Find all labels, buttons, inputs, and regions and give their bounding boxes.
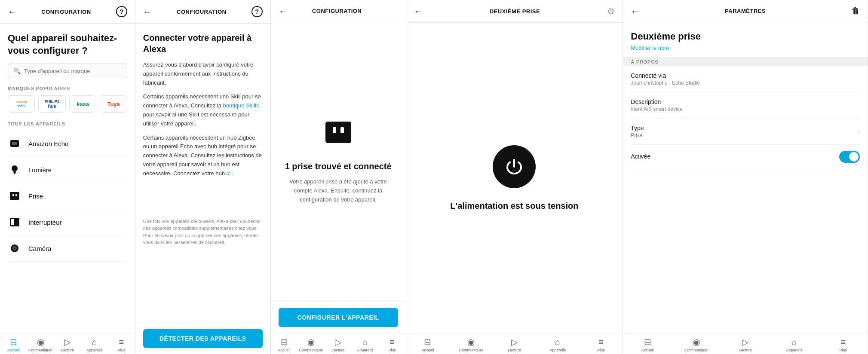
nav-play-5[interactable]: ▷ Lecture (721, 337, 770, 352)
communicate-icon: ◉ (37, 337, 44, 347)
activated-label: Activée (631, 153, 650, 160)
camera-icon (8, 241, 21, 255)
panel3-content: 1 prise trouvé et connecté Votre apparei… (271, 22, 406, 302)
back-button[interactable]: ← (8, 7, 16, 16)
play-icon: ▷ (64, 337, 71, 347)
type-label: Type (631, 125, 644, 131)
svg-rect-4 (14, 172, 16, 173)
nav-home-3[interactable]: ⊟ Accueil (271, 337, 298, 352)
nav-home-5[interactable]: ⊟ Accueil (623, 337, 672, 352)
skills-link[interactable]: boutique Skills (223, 102, 259, 109)
back-button-2[interactable]: ← (143, 7, 152, 16)
search-input[interactable] (24, 68, 122, 74)
hub-link[interactable]: ici (227, 170, 232, 177)
toggle-knob (849, 152, 859, 162)
home-icon-4: ⊟ (424, 337, 431, 347)
communicate-icon-4: ◉ (467, 337, 475, 347)
back-button-5[interactable]: ← (631, 7, 639, 15)
panel4-title: DEUXIÈME PRISE (423, 8, 607, 15)
type-row[interactable]: Type Prise › (631, 119, 860, 145)
more-icon: ≡ (119, 337, 124, 347)
panel1-content: Quel appareil souhaitez-vous configurer … (0, 24, 135, 333)
device-camera-label: Caméra (28, 245, 51, 252)
nav-devices-4[interactable]: ⌂ Appareils (536, 337, 580, 352)
nav-devices[interactable]: ⌂ Appareils (81, 337, 108, 352)
nav-more-5[interactable]: ≡ Plus (819, 337, 868, 352)
nav-more-4[interactable]: ≡ Plus (580, 337, 623, 352)
trash-button[interactable]: 🗑 (851, 6, 860, 16)
panel5-bottom-nav: ⊟ Accueil ◉ Communiquer ▷ Lecture ⌂ Appa… (623, 333, 868, 354)
nav-play-4[interactable]: ▷ Lecture (493, 337, 536, 352)
communicate-icon-3: ◉ (307, 337, 315, 347)
nav-more-3[interactable]: ≡ Plus (379, 337, 406, 352)
more-icon-5: ≡ (840, 337, 846, 347)
connect-title: Connecter votre appareil à Alexa (143, 32, 263, 55)
nav-more[interactable]: ≡ Plus (108, 337, 135, 352)
brand-kasa[interactable]: kasa (69, 95, 96, 113)
gear-button[interactable]: ⚙ (607, 6, 615, 16)
panel3-bottom-nav: ⊟ Accueil ◉ Communiquer ▷ Lecture ⌂ Appa… (271, 333, 406, 354)
detect-button[interactable]: DÉTECTER DES APPAREILS (143, 329, 263, 348)
device-light[interactable]: Lumière (8, 157, 127, 183)
svg-rect-14 (325, 122, 351, 143)
configure-button[interactable]: CONFIGURER L'APPAREIL (279, 308, 398, 327)
nav-home[interactable]: ⊟ Accueil (0, 337, 27, 352)
panel2-header: ← CONFIGURATION ? (135, 0, 270, 24)
devices-section-label: TOUS LES APPAREILS (8, 121, 127, 126)
edit-name-link[interactable]: Modifier le nom (631, 45, 669, 51)
panel4-bottom-nav: ⊟ Accueil ◉ Communiquer ▷ Lecture ⌂ Appa… (406, 333, 623, 354)
nav-devices-3[interactable]: ⌂ Appareils (352, 337, 379, 352)
nav-play[interactable]: ▷ Lecture (54, 337, 81, 352)
activated-row: Activée (631, 145, 860, 169)
description-row: Description frient A/S smart device (631, 92, 860, 119)
outlet-icon (8, 189, 21, 203)
nav-play-3[interactable]: ▷ Lecture (325, 337, 352, 352)
search-bar[interactable]: 🔍 (8, 64, 127, 78)
help-button-2[interactable]: ? (252, 6, 263, 17)
panel2-content: Connecter votre appareil à Alexa Assurez… (135, 24, 270, 323)
nav-devices-5[interactable]: ⌂ Appareils (770, 337, 819, 352)
svg-point-2 (12, 165, 18, 171)
device-name-title: Deuxième prise (631, 31, 860, 42)
play-icon-4: ▷ (511, 337, 518, 347)
device-switch[interactable]: Interrupteur (8, 209, 127, 235)
connected-via-row: Connecté via Jean-christophe - Echo Stud… (631, 66, 860, 92)
search-icon: 🔍 (13, 67, 21, 74)
svg-rect-3 (13, 171, 16, 172)
back-button-3[interactable]: ← (279, 7, 287, 15)
nav-communicate-4[interactable]: ◉ Communiquer (449, 337, 493, 352)
type-chevron-icon: › (858, 128, 860, 135)
panel5-content: Deuxième prise Modifier le nom À PROPOS … (623, 22, 868, 333)
svg-rect-7 (12, 194, 14, 196)
panel2-title: CONFIGURATION (152, 9, 252, 15)
back-button-4[interactable]: ← (414, 7, 423, 15)
nav-communicate-3[interactable]: ◉ Communiquer (298, 337, 325, 352)
panel2-footer-note: Une fois vos appareils découverts, Alexa… (143, 218, 263, 246)
found-desc: Votre appareil prise a été ajouté à votr… (283, 177, 394, 204)
device-echo[interactable]: Amazon Echo (8, 131, 127, 157)
device-camera[interactable]: Caméra (8, 235, 127, 262)
device-switch-label: Interrupteur (28, 219, 62, 226)
svg-point-13 (14, 247, 15, 249)
svg-rect-5 (14, 173, 15, 174)
help-button[interactable]: ? (116, 6, 127, 17)
brand-philips-hue[interactable]: PHILIPS hue (38, 95, 65, 113)
nav-communicate-5[interactable]: ◉ Communiquer (672, 337, 721, 352)
connected-via-value: Jean-christophe - Echo Studio (631, 80, 700, 86)
device-echo-label: Amazon Echo (28, 140, 68, 147)
device-light-label: Lumière (28, 166, 52, 174)
switch-icon (8, 215, 21, 229)
device-outlet[interactable]: Prise (8, 183, 127, 209)
description-label: Description (631, 98, 682, 105)
brand-tuya[interactable]: Tuya (100, 95, 127, 113)
play-icon-3: ▷ (335, 337, 341, 347)
panel-power-state: ← DEUXIÈME PRISE ⚙ L'alimentation est so… (406, 0, 623, 354)
activated-toggle[interactable] (839, 151, 860, 163)
panel-device-select: ← CONFIGURATION ? Quel appareil souhaite… (0, 0, 135, 354)
brand-amazon-echo[interactable]: amazon echo (8, 95, 35, 113)
light-icon (8, 163, 21, 177)
panel-connect-alexa: ← CONFIGURATION ? Connecter votre appare… (135, 0, 271, 354)
nav-home-4[interactable]: ⊟ Accueil (406, 337, 450, 352)
nav-communicate[interactable]: ◉ Communiquer (27, 337, 54, 352)
power-button[interactable] (493, 145, 536, 188)
